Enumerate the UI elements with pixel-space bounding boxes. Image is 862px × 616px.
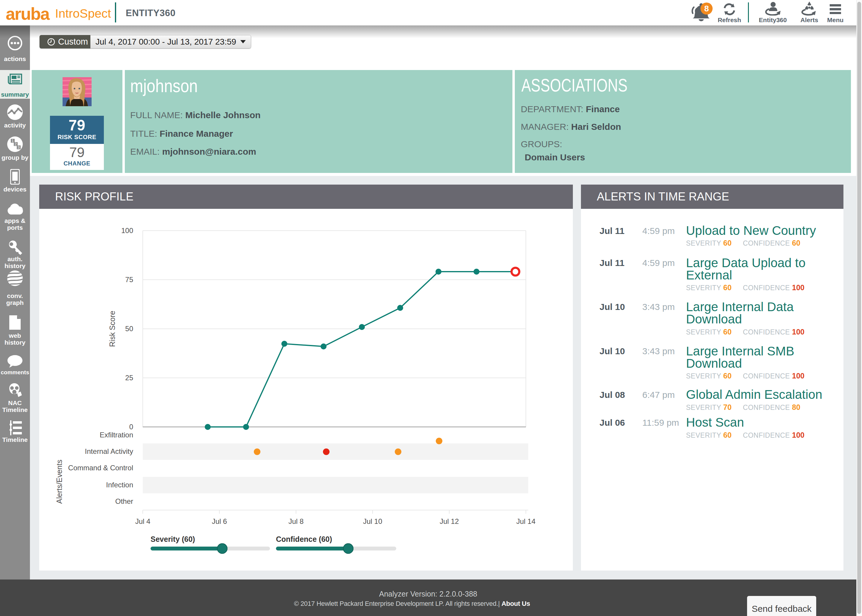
svg-text:Alerts/Events: Alerts/Events: [55, 459, 63, 503]
svg-text:100: 100: [121, 226, 133, 234]
svg-text:25: 25: [125, 374, 133, 382]
svg-text:Infection: Infection: [106, 481, 133, 489]
svg-text:Command & Control: Command & Control: [68, 464, 133, 472]
svg-text:75: 75: [125, 275, 133, 284]
svg-text:Risk Score: Risk Score: [108, 311, 116, 347]
svg-text:0: 0: [129, 423, 133, 431]
svg-text:8: 8: [704, 3, 709, 13]
svg-text:2: 2: [14, 142, 16, 146]
svg-text:Exfiltration: Exfiltration: [100, 431, 133, 439]
svg-text:Internal Activity: Internal Activity: [85, 447, 133, 455]
svg-text:3: 3: [17, 145, 19, 149]
svg-text:Jul 8: Jul 8: [288, 517, 304, 525]
svg-text:50: 50: [125, 325, 133, 333]
svg-text:1: 1: [11, 138, 14, 143]
svg-text:Jul 12: Jul 12: [440, 517, 459, 525]
svg-text:Other: Other: [115, 497, 133, 505]
svg-text:Jul 6: Jul 6: [212, 517, 227, 525]
svg-text:Jul 10: Jul 10: [363, 517, 382, 525]
svg-text:Jul 14: Jul 14: [516, 517, 535, 525]
svg-text:Jul 4: Jul 4: [135, 517, 151, 525]
